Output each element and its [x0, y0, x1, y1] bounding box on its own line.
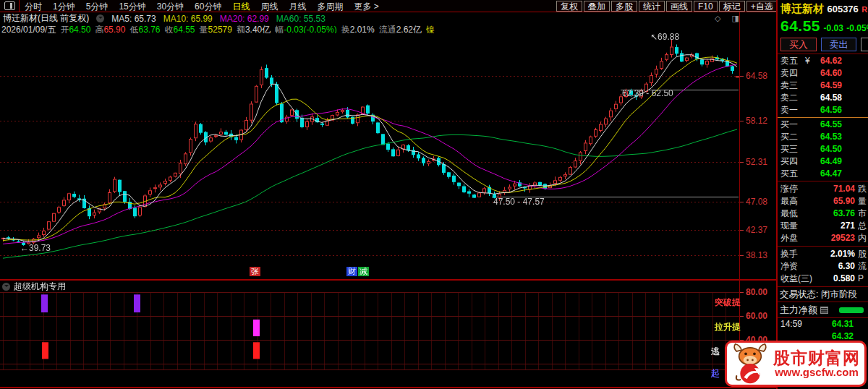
order-book-row[interactable]: 卖二64.58: [778, 92, 868, 104]
info-segment: 开64.50: [60, 24, 90, 33]
info-segment: 流通2.62亿: [379, 24, 422, 33]
clipped-button[interactable]: [861, 38, 868, 51]
tool-button-统计[interactable]: 统计: [639, 1, 665, 12]
tool-button-复权[interactable]: 复权: [556, 1, 582, 12]
menu-item-15分钟[interactable]: 15分钟: [119, 1, 145, 13]
info-segment: 高65.90: [95, 24, 125, 33]
last-price: 64.55: [780, 17, 820, 34]
stat-row: 外盘29523内: [778, 232, 868, 244]
event-marker[interactable]: 张: [250, 267, 260, 276]
price-annotation: ←39.73: [20, 243, 51, 253]
tool-button-标记[interactable]: 标记: [719, 1, 745, 12]
logo-text: 股市财富网 www.gscfw.com: [773, 349, 860, 378]
chart-title: 博迁新材(日线 前复权): [3, 12, 89, 25]
price-change-pct: -0.05%: [846, 23, 868, 33]
buy-button[interactable]: 买入: [780, 38, 817, 51]
orderbook-divider: [778, 117, 868, 118]
signal-label: 拉升提: [715, 321, 741, 333]
info-segment: 低63.76: [129, 24, 160, 33]
event-marker[interactable]: 财: [346, 267, 357, 276]
indicator-title: 超级机构专用: [14, 281, 66, 293]
tool-button-+自选[interactable]: +自选: [746, 1, 778, 12]
signal-label: 起: [711, 367, 720, 380]
info-segment: 镍: [426, 24, 435, 33]
trade-buttons: 买入 卖出: [778, 35, 868, 54]
menu-item-分时[interactable]: 分时: [25, 1, 42, 13]
order-book-row[interactable]: 卖四64.60: [778, 67, 868, 80]
candlestick-chart[interactable]: [0, 33, 739, 268]
main-net-row[interactable]: 主力净额: [778, 302, 868, 318]
menu-item-30分钟[interactable]: 30分钟: [157, 1, 184, 13]
info-segment: 2026/01/09/五: [1, 24, 56, 33]
stock-name: 博迁新材: [780, 2, 824, 14]
price-annotation: ↖69.88: [650, 32, 679, 42]
menu-item-周线[interactable]: 周线: [260, 1, 278, 13]
order-book-row[interactable]: 卖三64.59: [778, 80, 868, 92]
tool-button-叠加[interactable]: 叠加: [584, 1, 610, 12]
logo-site-url[interactable]: www.gscfw.com: [775, 367, 859, 378]
period-menu: 分时1分钟5分钟15分钟30分钟60分钟日线周线月线多周期更多 >: [25, 1, 379, 13]
tool-button-多股[interactable]: 多股: [611, 1, 637, 12]
order-book-row[interactable]: 卖五¥64.62: [778, 55, 868, 67]
sell-button[interactable]: 卖出: [821, 38, 857, 51]
chevron-down-icon[interactable]: [2, 283, 10, 291]
menu-item-多周期[interactable]: 多周期: [317, 1, 343, 13]
time-sales-list: 14:5964.3164.32: [778, 318, 868, 343]
menu-item-更多 >[interactable]: 更多 >: [354, 1, 378, 13]
price-tick-label: 42.37: [746, 225, 767, 235]
menu-item-日线[interactable]: 日线: [232, 1, 250, 13]
list-icon: [820, 307, 828, 314]
order-book-row[interactable]: 买五64.47: [778, 168, 868, 180]
order-book-row[interactable]: 买一64.55: [778, 119, 868, 131]
price-tick-label: 52.31: [746, 157, 767, 167]
logo-site-name: 股市财富网: [773, 349, 860, 367]
menu-separator: [19, 0, 20, 12]
site-watermark: 股市财富网 www.gscfw.com: [725, 341, 867, 387]
top-menu-bar: 分时1分钟5分钟15分钟30分钟60分钟日线周线月线多周期更多 > 复权叠加多股…: [0, 0, 868, 12]
menu-item-1分钟[interactable]: 1分钟: [53, 1, 75, 13]
info-segment: 收64.55: [165, 24, 195, 33]
margin-tag: R: [861, 5, 867, 14]
main-net-label: 主力净额: [780, 304, 817, 317]
order-book-row[interactable]: 买三64.50: [778, 143, 868, 155]
chevron-down-icon[interactable]: [96, 14, 104, 22]
order-book-row[interactable]: 买二64.53: [778, 131, 868, 143]
price-annotation: 62.39 - 62.50: [622, 88, 673, 98]
signal-label: 逃: [711, 346, 720, 358]
stat-row: 涨停71.04跌: [778, 183, 868, 195]
chart-title-line: 博迁新材(日线 前复权) MA5: 65.73MA10: 65.99MA20: …: [3, 14, 326, 23]
stat-row: 最高65.90量: [778, 195, 868, 208]
indicator-chart[interactable]: [0, 281, 739, 378]
info-segment: 换2.01%: [341, 24, 375, 33]
window-layout-icon[interactable]: [4, 1, 15, 10]
price-tick-label: 47.08: [746, 197, 767, 207]
stat-row: 换手2.01%股: [778, 248, 868, 260]
indicator-tick-label: 80.00: [746, 287, 767, 297]
price-annotation: 47.50 - 47.57: [493, 197, 545, 207]
trade-status: 交易状态: 闭市阶段: [778, 287, 868, 302]
price-change: -0.03: [824, 23, 843, 33]
menu-item-月线[interactable]: 月线: [289, 1, 306, 13]
ohlc-info-line: 2026/01/09/五开64.50高65.90低63.76收64.55量525…: [1, 24, 435, 33]
info-segment: 量52579: [200, 24, 232, 33]
menu-item-5分钟[interactable]: 5分钟: [86, 1, 109, 13]
chart-corner-icons[interactable]: ◇ ◨: [715, 14, 744, 23]
order-book-row[interactable]: 卖一64.56: [778, 104, 868, 116]
ma-label: MA10: 65.99: [163, 14, 213, 24]
menu-item-60分钟[interactable]: 60分钟: [195, 1, 221, 13]
event-marker[interactable]: 减: [358, 267, 369, 276]
stat-row: 净资6.30流: [778, 260, 868, 273]
order-book-row[interactable]: 买四64.49: [778, 155, 868, 168]
stat-row: 收益(三)0.580P: [778, 273, 868, 285]
stock-name-row: 博迁新材 605376 R: [778, 0, 868, 16]
ma-label: MA5: 65.73: [111, 14, 156, 24]
price-row: 64.55 -0.03 -0.05%: [778, 16, 868, 35]
tool-button-F10[interactable]: F10: [694, 1, 718, 12]
ma-label: MA60: 55.53: [276, 14, 326, 24]
tool-button-画线[interactable]: 画线: [666, 1, 692, 12]
stats-block-1: 涨停71.04跌最高65.90量最低63.76市现量271总外盘29523内: [778, 181, 868, 247]
time-sales-row: 14:5964.31: [778, 318, 868, 330]
ma-legend: MA5: 65.73MA10: 65.99MA20: 62.99MA60: 55…: [111, 14, 326, 24]
indicator-header: 超级机构专用: [2, 282, 66, 291]
order-book: 卖五¥64.62卖四64.60卖三64.59卖二64.58卖一64.56买一64…: [778, 54, 868, 181]
